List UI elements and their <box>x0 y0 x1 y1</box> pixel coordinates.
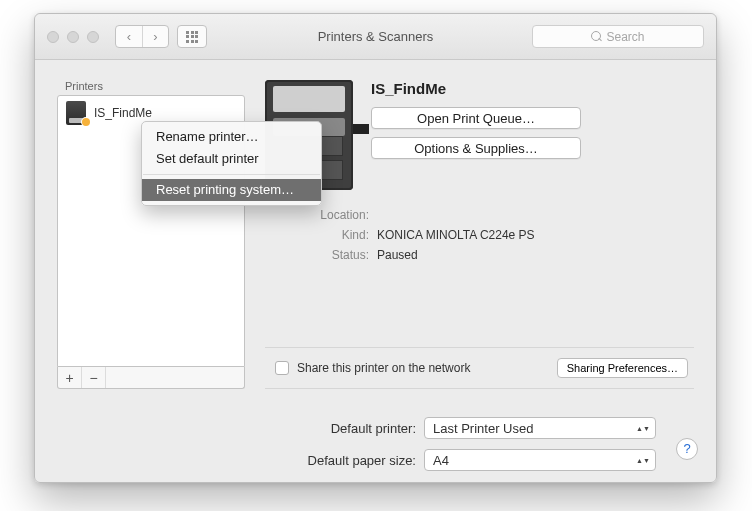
ctx-set-default[interactable]: Set default printer <box>142 148 321 170</box>
minimize-dot[interactable] <box>67 31 79 43</box>
detail-printer-name: IS_FindMe <box>371 80 581 97</box>
detail-controls: IS_FindMe Open Print Queue… Options & Su… <box>371 80 581 190</box>
close-dot[interactable] <box>47 31 59 43</box>
status-dot-icon <box>82 118 90 126</box>
ctx-rename-printer[interactable]: Rename printer… <box>142 126 321 148</box>
sharing-preferences-button[interactable]: Sharing Preferences… <box>557 358 688 378</box>
nav-back-forward: ‹ › <box>115 25 169 48</box>
default-printer-value: Last Printer Used <box>433 421 533 436</box>
default-printer-label: Default printer: <box>331 421 416 436</box>
share-checkbox[interactable] <box>275 361 289 375</box>
defaults-section: Default printer: Last Printer Used ▲▼ De… <box>35 403 716 471</box>
status-value: Paused <box>377 248 418 262</box>
zoom-dot[interactable] <box>87 31 99 43</box>
titlebar: ‹ › Printers & Scanners Search <box>35 14 716 60</box>
grid-icon <box>186 31 198 43</box>
list-buttons: + − <box>57 367 245 389</box>
share-label: Share this printer on the network <box>297 361 470 375</box>
help-button[interactable]: ? <box>676 438 698 460</box>
ctx-separator <box>143 174 320 175</box>
kind-value: KONICA MINOLTA C224e PS <box>377 228 535 242</box>
printer-detail: IS_FindMe Open Print Queue… Options & Su… <box>265 80 694 389</box>
printer-list-header: Printers <box>57 80 245 95</box>
body: Printers IS_FindMe + − IS_Fin <box>35 60 716 403</box>
search-placeholder: Search <box>606 30 644 44</box>
forward-button[interactable]: › <box>142 26 168 47</box>
location-label: Location: <box>295 208 369 222</box>
chevron-updown-icon: ▲▼ <box>635 420 651 436</box>
context-menu[interactable]: Rename printer… Set default printer Rese… <box>141 121 322 206</box>
back-button[interactable]: ‹ <box>116 26 142 47</box>
add-printer-button[interactable]: + <box>58 367 82 388</box>
status-label: Status: <box>295 248 369 262</box>
preferences-window: ‹ › Printers & Scanners Search Printers … <box>34 13 717 483</box>
detail-header: IS_FindMe Open Print Queue… Options & Su… <box>265 80 694 190</box>
ctx-reset-printing-system[interactable]: Reset printing system… <box>142 179 321 201</box>
printer-meta: Location: Kind: KONICA MINOLTA C224e PS … <box>295 208 694 262</box>
printer-name: IS_FindMe <box>94 106 152 120</box>
default-paper-select[interactable]: A4 ▲▼ <box>424 449 656 471</box>
show-all-button[interactable] <box>177 25 207 48</box>
default-paper-label: Default paper size: <box>308 453 416 468</box>
default-printer-select[interactable]: Last Printer Used ▲▼ <box>424 417 656 439</box>
open-print-queue-button[interactable]: Open Print Queue… <box>371 107 581 129</box>
kind-label: Kind: <box>295 228 369 242</box>
search-field[interactable]: Search <box>532 25 704 48</box>
search-icon <box>591 31 602 42</box>
default-paper-value: A4 <box>433 453 449 468</box>
remove-printer-button[interactable]: − <box>82 367 106 388</box>
window-controls <box>47 31 99 43</box>
options-supplies-button[interactable]: Options & Supplies… <box>371 137 581 159</box>
chevron-updown-icon: ▲▼ <box>635 452 651 468</box>
share-bar: Share this printer on the network Sharin… <box>265 347 694 389</box>
